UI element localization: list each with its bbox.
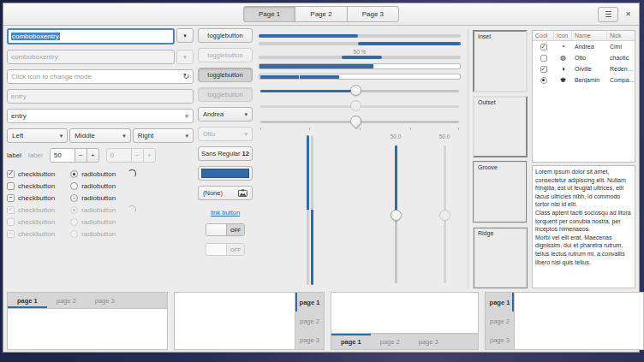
dash-icon: − [9,230,13,237]
hscale-with-marks[interactable] [259,116,461,128]
spinbutton-disabled: 0 − + [106,148,156,163]
refresh-icon[interactable]: ↻ [182,73,189,80]
combo-right[interactable]: Right ▾ [133,128,194,143]
tab-page1[interactable]: page 1 [486,293,514,312]
name-combobox[interactable]: Andrea ▾ [198,107,253,122]
header-tab-page1[interactable]: Page 1 [243,6,295,22]
check-radio-row: − checkbutton − radiobutton [7,193,194,202]
radio-unselected[interactable] [70,182,78,190]
table-row[interactable]: ♚ Benjamin Compa… [533,74,635,86]
column-header-nick[interactable]: Nick [607,31,635,40]
scale-handle [439,210,450,221]
app-window: Page 1 Page 2 Page 3 ☰ ✕ comboboxentry ▾ [3,3,640,353]
vscale-value-label: 50.0 [379,134,413,142]
radio-indeterminate[interactable]: − [70,194,78,202]
color-button[interactable] [198,166,253,181]
checkbox-indeterminate[interactable]: − [7,194,15,202]
checkbox-unchecked[interactable] [7,182,15,190]
dash-icon: − [9,194,13,201]
spin-plus-button[interactable]: + [86,148,99,163]
togglebutton-normal[interactable]: togglebutton [198,28,253,43]
scale-handle[interactable] [391,210,402,221]
progress-pulse-chunk [342,56,382,59]
check-radio-row: ✓ checkbutton radiobutton [7,169,194,178]
switch-handle [206,244,227,255]
nick-cell: Cimi [607,44,635,50]
alignment-combo-row: Left ▾ Middle ▾ Right ▾ [7,128,194,143]
menu-button[interactable]: ☰ [598,7,618,22]
entries-column: comboboxentry ▾ comboboxentry ▾ Click ic… [7,28,194,288]
tab-page2[interactable]: page 2 [47,293,86,308]
radio-unselected-disabled [70,218,78,226]
buttons-column: togglebutton togglebutton togglebutton t… [198,28,253,288]
lorem-textview[interactable]: Lorem ipsum dolor sit amet, consectetur … [532,165,635,288]
font-button[interactable]: Sans Regular 12 [198,146,253,161]
tab-page2[interactable]: page 2 [371,334,409,349]
radio-selected-disabled [70,206,78,214]
tab-page2[interactable]: page 2 [486,312,514,330]
spin-minus-button[interactable]: − [75,148,87,163]
tab-page1[interactable]: page 1 [8,293,47,308]
column-header-name[interactable]: Name [572,31,607,40]
column-header-cool[interactable]: Cool [533,31,554,40]
row-checkbox-checked[interactable]: ✓ [540,66,547,73]
close-icon: ✕ [625,10,631,18]
switch-handle[interactable] [206,224,227,235]
row-checkbox-checked[interactable]: ✓ [540,44,547,50]
column-header-icon[interactable]: Icon [554,31,572,40]
tab-page3[interactable]: page 3 [486,330,514,349]
spin-value[interactable]: 50 [50,148,75,163]
table-row[interactable]: ✓ ◔ Andrea Cimi [533,41,635,52]
name-cell: Otto [572,55,607,61]
table-row[interactable]: ✓ ◑ Orville Reden… [533,63,635,74]
switch-off[interactable]: OFF [206,223,245,236]
switch-off-disabled: OFF [206,243,245,256]
checkbox-indeterminate-disabled: − [7,230,15,238]
checkbutton-label: checkbutton [18,230,55,238]
scale-handle[interactable] [349,113,364,128]
vscale[interactable]: 50.0 [379,134,413,288]
togglebutton-active[interactable]: togglebutton [198,68,253,82]
tab-page2[interactable]: page 2 [295,312,324,330]
levelbar-cell [340,75,379,79]
comboboxentry-input[interactable]: comboboxentry [7,28,175,45]
disabled-entry: entry [7,89,194,104]
combo-middle[interactable]: Middle ▾ [69,128,130,143]
radiobutton-label: radiobutton [81,170,116,178]
clear-icon[interactable]: ✕ [184,113,189,119]
combo-left[interactable]: Left ▾ [7,128,68,143]
checkbox-checked[interactable]: ✓ [7,170,15,178]
comboboxentry-dropdown-button[interactable]: ▾ [176,28,194,43]
tab-page3[interactable]: page 3 [295,330,324,349]
button-label: togglebutton [207,32,242,39]
frame-inset: Inset [473,30,528,92]
tab-page3[interactable]: page 3 [409,334,448,349]
combo-value: Left [12,132,23,139]
tab-page1[interactable]: page 1 [331,334,371,349]
tab-page3[interactable]: page 3 [86,293,124,308]
frame-label: Groove [478,164,498,170]
icon-mode-entry[interactable]: Click icon to change mode ↻ [7,69,194,84]
radio-selected[interactable] [70,170,78,178]
levelbar-cell [260,75,300,79]
tab-page1[interactable]: page 1 [295,293,324,312]
header-tab-page3[interactable]: Page 3 [347,6,399,22]
header-tab-page2[interactable]: Page 2 [295,6,347,22]
switch-state-label: OFF [227,224,244,235]
header-actions: ☰ ✕ [598,7,639,22]
row-checkbox-unchecked[interactable] [540,55,547,62]
hscale[interactable] [259,85,461,98]
scale-handle [350,100,361,111]
scale-handle[interactable] [350,85,361,96]
entry-placeholder: Click icon to change mode [11,73,92,80]
row-radio-selected[interactable] [540,77,547,84]
chevron-down-icon: ▾ [185,133,188,139]
link-button[interactable]: link button [198,209,253,217]
clearable-entry[interactable]: entry ✕ [7,109,194,123]
close-button[interactable]: ✕ [625,10,631,18]
table-row[interactable]: ◍ Otto chaotic [533,52,635,63]
levelbar-fill [259,64,373,68]
scale-mark [410,128,411,130]
frame-label: Inset [478,33,491,39]
file-chooser-button[interactable]: (None) [198,186,253,200]
